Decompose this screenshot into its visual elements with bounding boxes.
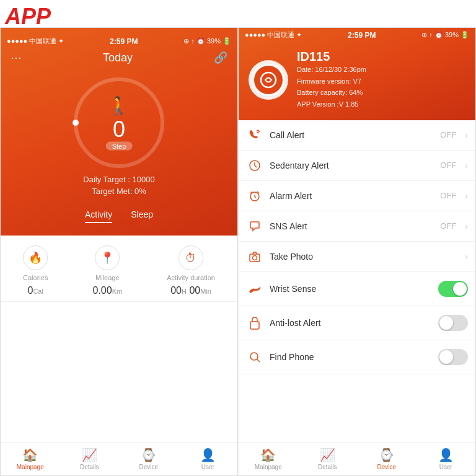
device-details: Date: 16/12/30 2:36pm Firmware version: … [297,64,366,110]
alarm-alert-icon [246,190,263,202]
right-status-left: ●●●●● 中国联通 ✦ [245,30,302,40]
device-date: Date: 16/12/30 2:36pm [297,64,366,76]
find-phone-toggle-knob [439,350,453,364]
mileage-stat: 📍 Mileage 0.00Km [93,245,123,296]
wrist-sense-toggle-knob [453,282,467,296]
left-nav-device-label: Device [139,464,158,470]
right-nav-mainpage[interactable]: 🏠 Mainpage [253,447,284,470]
anti-lost-toggle-knob [439,316,453,330]
right-panel: ●●●●● 中国联通 ✦ 2:59 PM ⊕ ↑ ⏰ 39% 🔋 [238,27,476,476]
device-text: ID115 Date: 16/12/30 2:36pm Firmware ver… [297,50,366,110]
right-bottom-nav: 🏠 Mainpage 📈 Details ⌚ Device 👤 User [239,442,475,475]
right-header: ●●●●● 中国联通 ✦ 2:59 PM ⊕ ↑ ⏰ 39% 🔋 [239,28,475,120]
left-stats: 🔥 Calories 0Cal 📍 Mileage 0.00Km ⏱ Activ… [1,236,237,475]
left-nav-details[interactable]: 📈 Details [74,447,105,470]
alarm-alert-item[interactable]: Alarm Alert OFF › [239,181,475,211]
sns-alert-value: OFF [440,221,456,231]
wrist-sense-toggle[interactable] [438,281,468,297]
take-photo-chevron: › [465,252,468,262]
right-chart-icon: 📈 [320,447,335,462]
right-nav-user[interactable]: 👤 User [430,447,461,470]
device-logo-inner [252,64,284,96]
left-nav-user-label: User [201,464,214,470]
anti-lost-toggle[interactable] [438,315,468,331]
svg-point-3 [261,73,276,87]
step-count: 0 [113,118,125,141]
call-alert-value: OFF [440,130,456,139]
sns-alert-chevron: › [465,221,468,231]
step-badge: Step [106,142,133,151]
tab-sleep[interactable]: Sleep [131,209,153,223]
today-title: Today [103,51,133,64]
wrist-sense-icon [246,283,263,294]
walker-icon: 🚶 [108,95,130,116]
settings-list: Call Alert OFF › Sedentary Alert OFF › [239,120,475,442]
find-phone-item[interactable]: Find Phone [239,340,475,374]
mileage-icon: 📍 [95,245,120,270]
left-status-right: ⊕ ↑ ⏰ 39% 🔋 [183,37,231,45]
find-phone-toggle[interactable] [438,349,468,365]
left-nav-details-label: Details [80,464,99,470]
calories-stat: 🔥 Calories 0Cal [23,245,48,296]
sedentary-alert-icon [246,159,263,172]
find-phone-icon [246,351,263,363]
device-battery: Battery capacity: 64% [297,87,366,99]
right-home-icon: 🏠 [260,447,276,462]
right-user-icon: 👤 [438,447,454,462]
share-icon[interactable]: ⋯ [11,51,22,64]
right-status-bar: ●●●●● 中国联通 ✦ 2:59 PM ⊕ ↑ ⏰ 39% 🔋 [239,28,475,42]
anti-lost-icon [246,316,263,330]
sedentary-alert-label: Sedentary Alert [270,161,434,170]
device-info-row: ID115 Date: 16/12/30 2:36pm Firmware ver… [239,42,475,110]
take-photo-label: Take Photo [270,252,450,262]
right-watch-icon: ⌚ [379,447,394,462]
svg-rect-10 [250,322,259,329]
sns-alert-icon [246,220,263,232]
left-nav-mainpage[interactable]: 🏠 Mainpage [15,447,46,470]
sedentary-alert-item[interactable]: Sedentary Alert OFF › [239,151,475,181]
left-nav-device[interactable]: ⌚ Device [133,447,164,470]
tab-activity[interactable]: Activity [85,209,112,223]
device-firmware: Firmware version: V7 [297,76,366,87]
circle-area: 🚶 0 Step Daily Target : 10000 Target Met… [69,67,169,202]
header-title-row: ⋯ Today 🔗 [1,48,237,67]
right-status-time: 2:59 PM [348,31,376,40]
call-alert-item[interactable]: Call Alert OFF › [239,120,475,151]
sns-alert-item[interactable]: SNS Alert OFF › [239,211,475,242]
take-photo-item[interactable]: Take Photo › [239,242,475,272]
calories-label: Calories [23,274,48,281]
left-status-left: ●●●●● 中国联通 ✦ [7,37,64,46]
calories-value: 0Cal [28,285,43,296]
daily-target: Daily Target : 10000 [83,175,154,184]
user-icon: 👤 [200,447,216,462]
call-alert-icon [246,129,263,141]
call-alert-chevron: › [465,130,468,140]
right-nav-device-label: Device [377,464,396,470]
left-status-bar: ●●●●● 中国联通 ✦ 2:59 PM ⊕ ↑ ⏰ 39% 🔋 [1,34,237,48]
mileage-value: 0.00Km [93,285,123,296]
duration-icon: ⏱ [178,245,203,270]
stats-row: 🔥 Calories 0Cal 📍 Mileage 0.00Km ⏱ Activ… [1,236,237,302]
duration-stat: ⏱ Activity duration 00H 00Min [167,245,215,296]
left-panel: ●●●●● 中国联通 ✦ 2:59 PM ⊕ ↑ ⏰ 39% 🔋 ⋯ Today… [0,27,238,476]
alarm-alert-chevron: › [465,191,468,201]
left-nav-user[interactable]: 👤 User [192,447,223,470]
right-nav-details[interactable]: 📈 Details [312,447,343,470]
app-label: APP [5,4,51,30]
take-photo-icon [246,250,263,263]
right-nav-device[interactable]: ⌚ Device [371,447,402,470]
sns-alert-label: SNS Alert [270,221,434,231]
mileage-label: Mileage [95,274,120,281]
home-icon: 🏠 [22,447,38,462]
left-header: ●●●●● 中国联通 ✦ 2:59 PM ⊕ ↑ ⏰ 39% 🔋 ⋯ Today… [1,28,237,236]
circle-inner: 🚶 0 Step [106,95,133,151]
duration-label: Activity duration [167,274,215,281]
anti-lost-item[interactable]: Anti-lost Alert [239,306,475,340]
wrist-sense-item[interactable]: Wrist Sense [239,272,475,306]
svg-point-11 [250,353,258,360]
watch-icon: ⌚ [141,447,156,462]
link-icon[interactable]: 🔗 [214,51,227,64]
right-status-right: ⊕ ↑ ⏰ 39% 🔋 [421,31,469,39]
left-status-time: 2:59 PM [110,37,138,46]
svg-point-2 [73,120,79,126]
